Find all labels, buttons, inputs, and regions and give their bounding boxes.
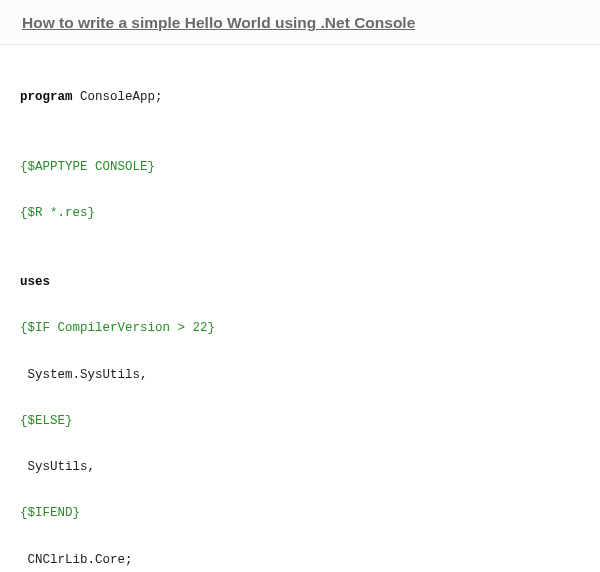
code-line: System.SysUtils, bbox=[20, 364, 580, 387]
code-line: SysUtils, bbox=[20, 456, 580, 479]
preprocessor: {$APPTYPE CONSOLE} bbox=[20, 156, 580, 179]
code-text: ConsoleApp; bbox=[73, 90, 163, 104]
code-line: CNClrLib.Core; bbox=[20, 549, 580, 572]
keyword-uses: uses bbox=[20, 271, 580, 294]
preprocessor: {$IF CompilerVersion > 22} bbox=[20, 317, 580, 340]
article-title-link[interactable]: How to write a simple Hello World using … bbox=[22, 14, 415, 31]
code-block: program ConsoleApp; {$APPTYPE CONSOLE} {… bbox=[0, 45, 600, 572]
header: How to write a simple Hello World using … bbox=[0, 0, 600, 45]
code-line: program ConsoleApp; bbox=[20, 86, 580, 109]
keyword-program: program bbox=[20, 90, 73, 104]
preprocessor: {$ELSE} bbox=[20, 410, 580, 433]
preprocessor: {$IFEND} bbox=[20, 502, 580, 525]
preprocessor: {$R *.res} bbox=[20, 202, 580, 225]
